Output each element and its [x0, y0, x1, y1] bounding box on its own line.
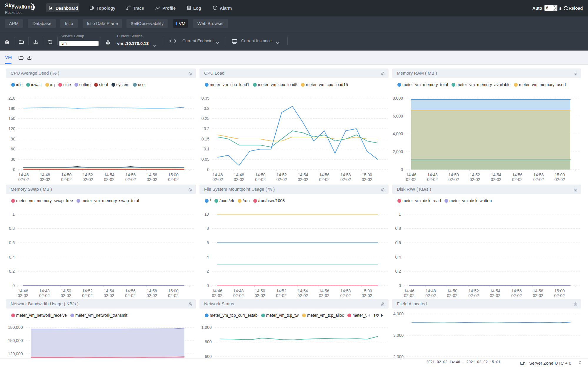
svg-text:800: 800: [205, 339, 212, 344]
svg-text:14:56: 14:56: [125, 289, 136, 293]
svg-text:02-02: 02-02: [168, 177, 179, 182]
svg-text:10: 10: [204, 212, 209, 217]
svg-text:14:56: 14:56: [125, 172, 136, 177]
svg-text:60: 60: [11, 147, 15, 151]
svg-text:02-02: 02-02: [447, 293, 457, 298]
svg-text:02-02: 02-02: [533, 293, 543, 298]
svg-text:02-02: 02-02: [82, 177, 93, 182]
svg-text:02-02: 02-02: [406, 177, 417, 182]
svg-text:14:58: 14:58: [340, 289, 351, 293]
svg-text:8: 8: [206, 226, 209, 231]
svg-text:14:50: 14:50: [255, 289, 265, 293]
svg-text:02-02: 02-02: [104, 177, 114, 182]
svg-text:14:48: 14:48: [234, 172, 244, 177]
svg-text:14:52: 14:52: [83, 172, 93, 177]
svg-text:02-02: 02-02: [554, 177, 565, 182]
svg-text:02-02: 02-02: [39, 293, 50, 298]
svg-text:0.2: 0.2: [9, 269, 15, 274]
svg-text:0.35: 0.35: [201, 96, 209, 100]
svg-text:1/2: 1/2: [373, 313, 379, 318]
svg-text:1,000: 1,000: [201, 325, 211, 330]
svg-text:150: 150: [9, 116, 16, 121]
svg-text:2,000: 2,000: [393, 149, 403, 154]
svg-text:02-02: 02-02: [276, 293, 286, 298]
svg-text:4: 4: [206, 255, 209, 259]
svg-text:02-02: 02-02: [233, 293, 244, 298]
svg-text:15:00: 15:00: [554, 289, 565, 293]
svg-text:14:54: 14:54: [104, 172, 114, 177]
svg-text:0.8: 0.8: [395, 226, 401, 231]
svg-text:02-02: 02-02: [362, 293, 372, 298]
svg-text:14:58: 14:58: [533, 172, 544, 177]
svg-text:14:46: 14:46: [213, 172, 223, 177]
svg-text:120,000: 120,000: [8, 351, 23, 356]
svg-text:02-02: 02-02: [146, 293, 157, 298]
svg-text:15:00: 15:00: [168, 289, 179, 293]
svg-text:02-02: 02-02: [491, 177, 502, 182]
svg-text:14:56: 14:56: [512, 289, 522, 293]
svg-text:14:48: 14:48: [426, 289, 436, 293]
svg-text:0.15: 0.15: [201, 137, 209, 141]
svg-text:14:58: 14:58: [341, 172, 351, 177]
svg-text:14:46: 14:46: [19, 172, 29, 177]
svg-text:02-02: 02-02: [511, 293, 522, 298]
svg-text:120: 120: [9, 126, 16, 131]
svg-text:150,000: 150,000: [8, 338, 23, 343]
svg-text:0.05: 0.05: [201, 157, 209, 162]
svg-text:14:56: 14:56: [319, 289, 329, 293]
svg-text:14:52: 14:52: [276, 289, 286, 293]
svg-text:02-02: 02-02: [425, 293, 436, 298]
svg-text:02-02: 02-02: [298, 177, 308, 182]
svg-text:8,000: 8,000: [393, 96, 403, 100]
svg-text:0.2: 0.2: [204, 126, 210, 131]
svg-text:02-02: 02-02: [554, 293, 565, 298]
svg-text:0.8: 0.8: [9, 226, 15, 231]
svg-text:210: 210: [9, 96, 16, 100]
svg-text:02-02: 02-02: [18, 177, 29, 182]
svg-text:14:50: 14:50: [61, 172, 71, 177]
svg-text:02-02: 02-02: [340, 293, 351, 298]
svg-text:14:58: 14:58: [147, 289, 157, 293]
svg-text:14:52: 14:52: [469, 289, 479, 293]
svg-text:02-02: 02-02: [168, 293, 179, 298]
svg-text:02-02: 02-02: [468, 293, 479, 298]
svg-text:0: 0: [13, 167, 15, 172]
svg-text:15:00: 15:00: [168, 172, 179, 177]
svg-text:14:54: 14:54: [104, 289, 114, 293]
svg-text:02-02: 02-02: [512, 177, 523, 182]
svg-text:02-02: 02-02: [212, 293, 222, 298]
svg-text:15:00: 15:00: [554, 172, 565, 177]
svg-text:14:52: 14:52: [82, 289, 93, 293]
svg-text:180: 180: [9, 106, 16, 111]
svg-text:14:46: 14:46: [404, 289, 414, 293]
svg-text:02-02: 02-02: [18, 293, 28, 298]
svg-text:0: 0: [206, 283, 209, 288]
svg-text:14:56: 14:56: [512, 172, 522, 177]
svg-text:02-02: 02-02: [61, 293, 71, 298]
svg-text:02-02: 02-02: [125, 177, 136, 182]
svg-text:14:58: 14:58: [147, 172, 157, 177]
svg-text:14:58: 14:58: [533, 289, 543, 293]
svg-text:14:48: 14:48: [427, 172, 438, 177]
svg-text:02-02: 02-02: [533, 177, 544, 182]
svg-text:02-02: 02-02: [340, 177, 351, 182]
svg-text:0.1: 0.1: [204, 147, 210, 151]
svg-text:14:48: 14:48: [233, 289, 244, 293]
svg-text:180,000: 180,000: [8, 325, 23, 330]
svg-text:14:56: 14:56: [319, 172, 329, 177]
svg-text:02-02: 02-02: [319, 293, 329, 298]
svg-text:14:46: 14:46: [406, 172, 416, 177]
svg-text:30: 30: [11, 157, 15, 162]
svg-text:0.6: 0.6: [395, 240, 401, 245]
svg-text:14:52: 14:52: [470, 172, 480, 177]
svg-text:4,000: 4,000: [393, 131, 403, 136]
svg-text:2: 2: [206, 269, 209, 274]
svg-text:0.4: 0.4: [395, 255, 401, 259]
svg-text:14:54: 14:54: [491, 172, 501, 177]
svg-text:0: 0: [401, 167, 403, 172]
svg-text:1: 1: [399, 212, 401, 217]
svg-text:02-02: 02-02: [104, 293, 114, 298]
svg-text:02-02: 02-02: [147, 177, 157, 182]
svg-text:02-02: 02-02: [469, 177, 480, 182]
svg-text:0.2: 0.2: [395, 269, 401, 274]
